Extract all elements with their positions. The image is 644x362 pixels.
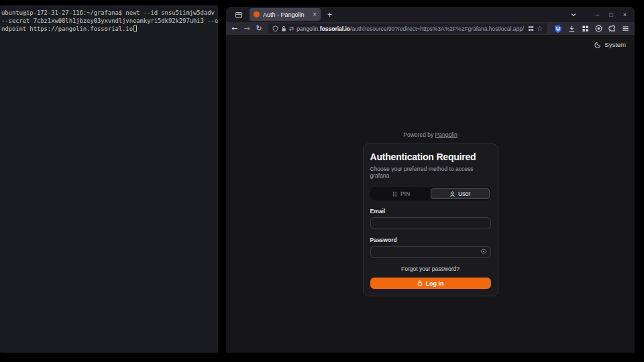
maximize-icon[interactable]: □ [609,11,612,18]
password-field[interactable] [370,246,491,258]
window-controls: – □ × [596,11,627,18]
close-window-icon[interactable]: × [623,11,627,18]
minimize-icon[interactable]: – [596,11,599,18]
auth-section: Powered by Pangolin Authentication Requi… [363,131,498,296]
circle-dot-extension-icon[interactable] [595,25,602,32]
new-tab-button[interactable]: + [327,10,332,19]
extension-icons [554,25,629,33]
list-tabs-chevron-icon[interactable] [570,11,577,18]
reload-icon[interactable]: ↻ [256,25,262,32]
pin-keypad-icon [392,191,398,197]
tab-close-icon[interactable]: × [313,11,317,18]
pangolin-favicon-icon [254,11,260,17]
tab-user[interactable]: User [431,188,490,199]
tab-auth-pangolin[interactable]: Auth - Pangolin × [250,8,321,21]
eye-icon[interactable] [480,249,487,254]
url-text: pangolin.fossorial.io/auth/resource/90?r… [297,25,525,32]
page-grid-icon[interactable] [528,25,534,32]
page-content: System Powered by Pangolin Authenticatio… [226,35,635,353]
card-title: Authentication Required [370,152,491,162]
terminal-line: ndpoint https://pangolin.fossorial.io [1,25,217,33]
password-wrap [370,243,491,258]
powered-by: Powered by Pangolin [363,131,498,138]
tracking-shield-icon[interactable] [272,25,278,32]
tab-pin-label: PIN [400,190,410,197]
terminal-cursor [133,25,137,32]
forgot-password-link[interactable]: Forgot your password? [370,265,491,272]
tab-user-label: User [458,190,470,197]
blue-shield-extension-icon[interactable] [554,25,562,33]
browser-window: Auth - Pangolin × + – □ × ← → ↻ ⇄ pangol… [226,7,635,353]
email-field[interactable] [370,217,491,229]
theme-toggle-label: System [604,41,626,48]
terminal-line: --secret 7cbz1xw08lh1jbzey03yxvndljvneam… [1,17,217,25]
tab-pin[interactable]: PIN [372,188,431,199]
auth-method-tabs: PIN User [370,187,491,200]
login-button[interactable]: Log in [370,278,491,289]
browser-toolbar: ← → ↻ ⇄ pangolin.fossorial.io/auth/resou… [226,22,635,35]
auth-card: Authentication Required Choose your pref… [363,143,498,296]
back-icon[interactable]: ← [231,25,237,32]
login-lock-icon [417,280,423,286]
user-icon [449,191,455,197]
forward-icon[interactable]: → [244,25,250,32]
card-subtitle: Choose your preferred method to access g… [370,166,491,179]
terminal-window[interactable]: ubuntu@ip-172-31-27-116:~/grafana$ newt … [0,5,218,353]
hamburger-menu-icon[interactable] [622,25,629,32]
firefox-view-icon[interactable] [235,11,243,19]
url-bar[interactable]: ⇄ pangolin.fossorial.io/auth/resource/90… [268,23,547,34]
lock-icon[interactable] [281,25,286,32]
email-label: Email [370,208,491,215]
extension-badge [560,23,564,27]
password-label: Password [370,237,491,243]
tab-bar: Auth - Pangolin × + – □ × [226,7,635,22]
swap-arrows-icon[interactable]: ⇄ [289,25,294,32]
download-icon[interactable] [568,25,576,32]
extensions-puzzle-icon[interactable] [608,25,616,32]
theme-toggle[interactable]: System [594,41,626,48]
bookmark-star-icon[interactable]: ☆ [537,25,543,32]
pangolin-link[interactable]: Pangolin [435,131,458,138]
moon-icon [594,42,601,48]
account-grid-icon[interactable] [582,25,589,32]
login-button-label: Log in [426,280,444,287]
tab-title: Auth - Pangolin [263,11,309,18]
terminal-line: ubuntu@ip-172-31-27-116:~/grafana$ newt … [1,9,217,17]
